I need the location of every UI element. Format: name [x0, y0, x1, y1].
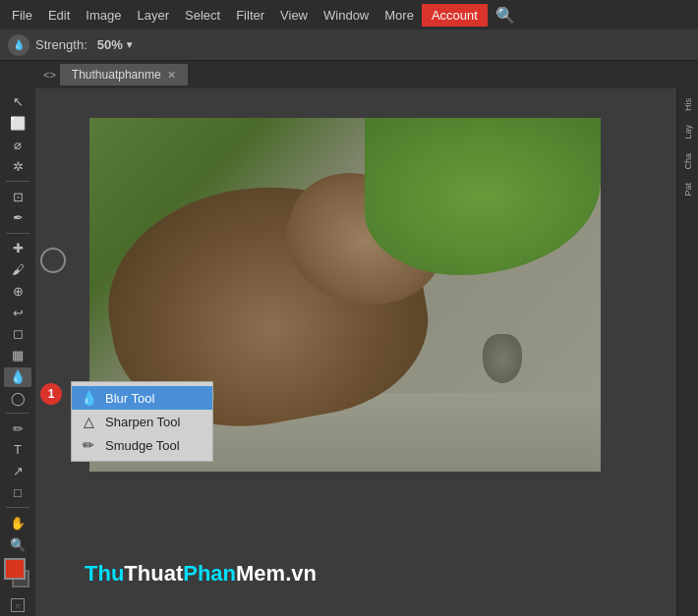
tool-brush[interactable]: 🖌 [4, 259, 31, 279]
sharpen-tool-label: Sharpen Tool [105, 415, 180, 429]
toolbar-separator-4 [6, 507, 29, 508]
tool-text[interactable]: T [4, 440, 31, 460]
tool-stamp[interactable]: ⊕ [4, 281, 31, 301]
tool-select-rect[interactable]: ⬜ [4, 114, 31, 134]
tool-history-brush[interactable]: ↩ [4, 303, 31, 322]
tool-context-menu: 💧 Blur Tool △ Sharpen Tool ✏ Smudge Tool [71, 381, 213, 462]
tool-magic-wand[interactable]: ✲ [4, 157, 31, 177]
menu-view[interactable]: View [272, 4, 316, 27]
watermark-thuat: Thuat [124, 561, 183, 586]
panel-layers[interactable]: Lay [681, 119, 695, 145]
menubar: File Edit Image Layer Select Filter View… [0, 0, 698, 29]
right-panel: His Lay Cha Pat [676, 88, 698, 616]
tool-lasso[interactable]: ⌀ [4, 136, 31, 155]
tool-icon: 💧 [8, 34, 29, 56]
tool-crop[interactable]: ⊡ [4, 187, 31, 206]
strength-label: Strength: [35, 37, 87, 52]
toolbar-separator-3 [6, 413, 29, 414]
panel-history[interactable]: His [681, 92, 695, 117]
menu-more[interactable]: More [377, 4, 422, 27]
watermark: ThuThuatPhanMem.vn [85, 561, 317, 587]
main-layout: ↖ ⬜ ⌀ ✲ ⊡ ✒ ✚ 🖌 ⊕ ↩ ◻ ▦ 💧 ◯ ✏ T ↗ □ ✋ 🔍 … [0, 88, 698, 616]
tool-heal[interactable]: ✚ [4, 239, 31, 258]
tab-nav-left[interactable]: <> [39, 69, 60, 81]
canvas-area: ThuThuatPhanMem.vn 1 💧 Blur Tool △ Sharp… [35, 88, 676, 616]
popup-sharpen-tool[interactable]: △ Sharpen Tool [72, 410, 212, 433]
panel-channels[interactable]: Cha [681, 147, 695, 176]
tool-pen[interactable]: ✏ [4, 419, 31, 438]
menu-window[interactable]: Window [316, 4, 377, 27]
watermark-phan: Phan [183, 561, 236, 586]
tool-dodge[interactable]: ◯ [4, 389, 31, 409]
sharpen-tool-icon: △ [80, 414, 97, 429]
quick-mask-icon[interactable]: ○ [11, 598, 25, 612]
tool-blur[interactable]: 💧 [4, 367, 31, 387]
tool-eyedropper[interactable]: ✒ [4, 208, 31, 228]
watermark-vn: .vn [285, 561, 317, 586]
tab-close-button[interactable]: ✕ [167, 69, 176, 82]
watermark-mem: Mem [236, 561, 285, 586]
foreground-color[interactable] [4, 558, 26, 580]
menu-select[interactable]: Select [177, 4, 228, 27]
strength-value: 50% [97, 37, 123, 52]
panel-paths[interactable]: Pat [681, 177, 695, 202]
smudge-tool-icon: ✏ [80, 437, 97, 453]
tab-label: Thuthuatphanme [72, 68, 161, 82]
popup-smudge-tool[interactable]: ✏ Smudge Tool [72, 433, 212, 457]
blur-tool-icon: 💧 [80, 390, 97, 406]
toolbar-separator-2 [6, 233, 29, 234]
active-tab[interactable]: Thuthuatphanme ✕ [60, 64, 188, 85]
tool-move[interactable]: ↖ [4, 92, 31, 112]
left-toolbar: ↖ ⬜ ⌀ ✲ ⊡ ✒ ✚ 🖌 ⊕ ↩ ◻ ▦ 💧 ◯ ✏ T ↗ □ ✋ 🔍 … [0, 88, 35, 616]
menu-layer[interactable]: Layer [130, 4, 178, 27]
step-badge-1: 1 [40, 383, 62, 405]
options-bar: 💧 Strength: 50% ▼ [0, 29, 698, 61]
tool-eraser[interactable]: ◻ [4, 324, 31, 344]
strength-dropdown-icon[interactable]: ▼ [125, 39, 135, 50]
tool-gradient[interactable]: ▦ [4, 346, 31, 365]
cursor-circle [40, 248, 66, 273]
menu-file[interactable]: File [4, 4, 40, 27]
tool-zoom[interactable]: 🔍 [4, 534, 31, 554]
tool-hand[interactable]: ✋ [4, 513, 31, 532]
tab-bar: <> Thuthuatphanme ✕ [0, 61, 698, 88]
blur-tool-label: Blur Tool [105, 391, 154, 406]
popup-blur-tool[interactable]: 💧 Blur Tool [72, 386, 212, 410]
tool-path-select[interactable]: ↗ [4, 462, 31, 481]
search-icon[interactable]: 🔍 [488, 4, 523, 27]
menu-image[interactable]: Image [78, 4, 129, 27]
watermark-thu: Thu [85, 561, 124, 586]
menu-account[interactable]: Account [422, 4, 488, 27]
tool-shape[interactable]: □ [4, 483, 31, 503]
mouse-figure [483, 334, 522, 383]
menu-filter[interactable]: Filter [228, 4, 272, 27]
toolbar-separator [6, 181, 29, 182]
menu-edit[interactable]: Edit [40, 4, 78, 27]
smudge-tool-label: Smudge Tool [105, 438, 180, 453]
